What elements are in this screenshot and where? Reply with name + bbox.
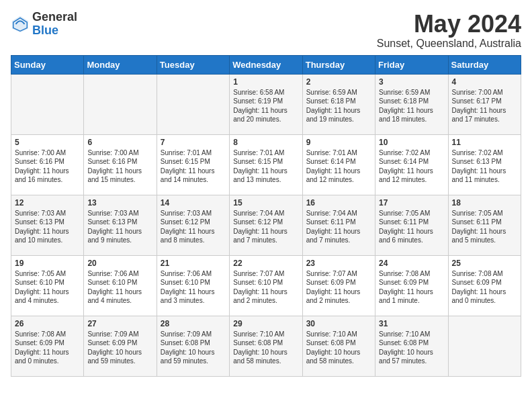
day-number: 20 [87,259,152,268]
day-number: 13 [87,198,152,208]
page-header: General Blue May 2024 Sunset, Queensland… [11,11,521,50]
logo-text: General Blue [32,11,77,38]
calendar-cell: 8Sunrise: 7:01 AM Sunset: 6:15 PM Daylig… [230,134,302,195]
day-number: 8 [233,138,298,147]
header-cell-thursday: Thursday [302,55,375,74]
day-info: Sunrise: 7:09 AM Sunset: 6:09 PM Dayligh… [87,330,152,366]
calendar-cell: 18Sunrise: 7:05 AM Sunset: 6:11 PM Dayli… [448,195,521,255]
day-number: 30 [306,319,371,328]
header-cell-friday: Friday [375,55,448,74]
calendar-cell: 27Sunrise: 7:09 AM Sunset: 6:09 PM Dayli… [84,316,157,376]
calendar-cell: 9Sunrise: 7:01 AM Sunset: 6:14 PM Daylig… [302,134,375,195]
calendar-cell: 26Sunrise: 7:08 AM Sunset: 6:09 PM Dayli… [11,316,84,376]
week-row-1: 1Sunrise: 6:58 AM Sunset: 6:19 PM Daylig… [11,74,521,134]
week-row-3: 12Sunrise: 7:03 AM Sunset: 6:13 PM Dayli… [11,195,521,255]
subtitle: Sunset, Queensland, Australia [377,38,521,50]
day-number: 12 [15,198,80,208]
day-info: Sunrise: 7:10 AM Sunset: 6:08 PM Dayligh… [233,330,298,366]
day-info: Sunrise: 6:58 AM Sunset: 6:19 PM Dayligh… [233,88,298,124]
calendar-cell: 19Sunrise: 7:05 AM Sunset: 6:10 PM Dayli… [11,255,84,316]
day-number: 23 [306,259,371,268]
header-cell-wednesday: Wednesday [230,55,302,74]
day-number: 15 [233,198,298,208]
day-info: Sunrise: 7:07 AM Sunset: 6:09 PM Dayligh… [306,269,371,306]
day-info: Sunrise: 7:08 AM Sunset: 6:09 PM Dayligh… [15,330,80,366]
header-cell-sunday: Sunday [11,55,84,74]
day-info: Sunrise: 7:10 AM Sunset: 6:08 PM Dayligh… [379,330,444,366]
day-info: Sunrise: 7:03 AM Sunset: 6:13 PM Dayligh… [87,209,152,245]
day-number: 28 [161,319,226,328]
calendar-cell: 5Sunrise: 7:00 AM Sunset: 6:16 PM Daylig… [11,134,84,195]
day-info: Sunrise: 7:10 AM Sunset: 6:08 PM Dayligh… [306,330,371,366]
calendar-body: 1Sunrise: 6:58 AM Sunset: 6:19 PM Daylig… [11,74,521,376]
day-info: Sunrise: 7:07 AM Sunset: 6:10 PM Dayligh… [233,269,298,306]
calendar-cell: 21Sunrise: 7:06 AM Sunset: 6:10 PM Dayli… [157,255,229,316]
day-info: Sunrise: 7:04 AM Sunset: 6:12 PM Dayligh… [233,209,298,245]
calendar-cell: 25Sunrise: 7:08 AM Sunset: 6:09 PM Dayli… [448,255,521,316]
calendar-cell: 14Sunrise: 7:03 AM Sunset: 6:12 PM Dayli… [157,195,229,255]
day-number: 22 [233,259,298,268]
calendar-cell [84,74,157,134]
calendar-cell: 12Sunrise: 7:03 AM Sunset: 6:13 PM Dayli… [11,195,84,255]
header-row: SundayMondayTuesdayWednesdayThursdayFrid… [11,55,521,74]
calendar-cell: 10Sunrise: 7:02 AM Sunset: 6:14 PM Dayli… [375,134,448,195]
week-row-4: 19Sunrise: 7:05 AM Sunset: 6:10 PM Dayli… [11,255,521,316]
calendar-cell [11,74,84,134]
calendar-cell: 15Sunrise: 7:04 AM Sunset: 6:12 PM Dayli… [230,195,302,255]
day-info: Sunrise: 7:02 AM Sunset: 6:13 PM Dayligh… [452,148,517,185]
day-info: Sunrise: 7:06 AM Sunset: 6:10 PM Dayligh… [87,269,152,306]
calendar-cell: 31Sunrise: 7:10 AM Sunset: 6:08 PM Dayli… [375,316,448,376]
day-info: Sunrise: 7:01 AM Sunset: 6:14 PM Dayligh… [306,148,371,185]
day-info: Sunrise: 7:03 AM Sunset: 6:13 PM Dayligh… [15,209,80,245]
week-row-2: 5Sunrise: 7:00 AM Sunset: 6:16 PM Daylig… [11,134,521,195]
calendar-cell: 20Sunrise: 7:06 AM Sunset: 6:10 PM Dayli… [84,255,157,316]
day-number: 11 [452,138,517,147]
calendar-cell: 22Sunrise: 7:07 AM Sunset: 6:10 PM Dayli… [230,255,302,316]
day-info: Sunrise: 7:00 AM Sunset: 6:16 PM Dayligh… [87,148,152,185]
day-number: 17 [379,198,444,208]
day-number: 18 [452,198,517,208]
day-info: Sunrise: 7:00 AM Sunset: 6:16 PM Dayligh… [15,148,80,185]
day-number: 24 [379,259,444,268]
logo: General Blue [11,11,77,38]
day-info: Sunrise: 7:01 AM Sunset: 6:15 PM Dayligh… [161,148,226,185]
day-number: 16 [306,198,371,208]
day-info: Sunrise: 7:00 AM Sunset: 6:17 PM Dayligh… [452,88,517,124]
calendar-cell: 3Sunrise: 6:59 AM Sunset: 6:18 PM Daylig… [375,74,448,134]
day-info: Sunrise: 7:04 AM Sunset: 6:11 PM Dayligh… [306,209,371,245]
day-number: 7 [161,138,226,147]
day-number: 10 [379,138,444,147]
day-info: Sunrise: 7:05 AM Sunset: 6:11 PM Dayligh… [379,209,444,245]
header-cell-monday: Monday [84,55,157,74]
week-row-5: 26Sunrise: 7:08 AM Sunset: 6:09 PM Dayli… [11,316,521,376]
calendar-cell: 16Sunrise: 7:04 AM Sunset: 6:11 PM Dayli… [302,195,375,255]
day-number: 9 [306,138,371,147]
calendar-cell: 6Sunrise: 7:00 AM Sunset: 6:16 PM Daylig… [84,134,157,195]
day-number: 4 [452,77,517,87]
calendar-cell: 29Sunrise: 7:10 AM Sunset: 6:08 PM Dayli… [230,316,302,376]
main-title: May 2024 [377,11,521,38]
day-number: 14 [161,198,226,208]
calendar-cell: 2Sunrise: 6:59 AM Sunset: 6:18 PM Daylig… [302,74,375,134]
day-number: 31 [379,319,444,328]
day-info: Sunrise: 6:59 AM Sunset: 6:18 PM Dayligh… [379,88,444,124]
calendar-cell: 13Sunrise: 7:03 AM Sunset: 6:13 PM Dayli… [84,195,157,255]
logo-blue-text: Blue [32,24,77,38]
calendar-cell: 4Sunrise: 7:00 AM Sunset: 6:17 PM Daylig… [448,74,521,134]
day-number: 19 [15,259,80,268]
calendar-cell [157,74,229,134]
day-number: 2 [306,77,371,87]
svg-marker-0 [12,16,28,32]
day-number: 25 [452,259,517,268]
day-number: 26 [15,319,80,328]
day-number: 6 [87,138,152,147]
logo-icon [11,15,30,34]
calendar-cell: 30Sunrise: 7:10 AM Sunset: 6:08 PM Dayli… [302,316,375,376]
calendar-header: SundayMondayTuesdayWednesdayThursdayFrid… [11,55,521,74]
calendar-cell: 17Sunrise: 7:05 AM Sunset: 6:11 PM Dayli… [375,195,448,255]
day-number: 21 [161,259,226,268]
day-number: 5 [15,138,80,147]
day-number: 29 [233,319,298,328]
title-block: May 2024 Sunset, Queensland, Australia [377,11,521,50]
day-info: Sunrise: 7:06 AM Sunset: 6:10 PM Dayligh… [161,269,226,306]
